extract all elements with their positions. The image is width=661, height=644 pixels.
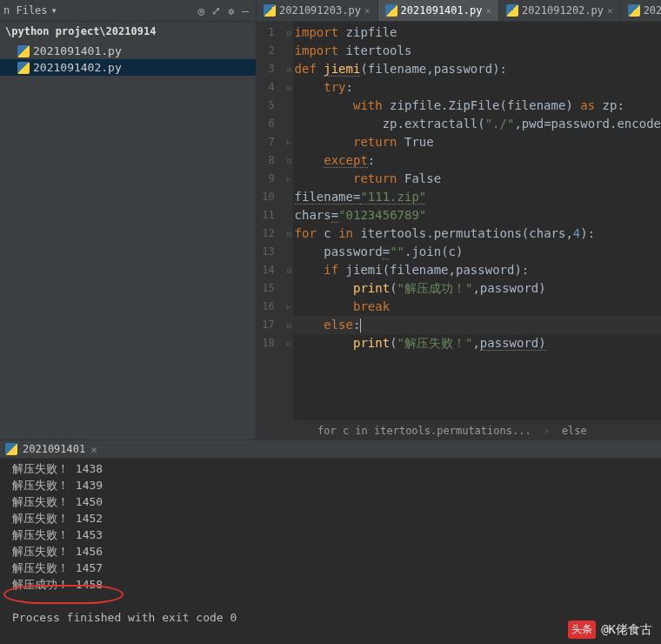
code-line[interactable]: import itertools — [293, 42, 661, 60]
code-line[interactable]: try: — [293, 78, 661, 97]
fold-marker[interactable] — [285, 243, 293, 261]
sidebar-title: n Files — [3, 4, 48, 17]
code-line[interactable]: with zipfile.ZipFile(filename) as zp: — [293, 97, 661, 115]
console-line: 解压失败！ 1453 — [12, 527, 661, 543]
code-line[interactable]: else: — [293, 316, 661, 334]
fold-marker[interactable] — [285, 188, 293, 206]
fold-marker[interactable]: ⊢ — [285, 334, 293, 352]
line-number[interactable]: 9 — [257, 170, 285, 188]
console-line — [12, 593, 661, 609]
fold-marker[interactable]: ⊟ — [285, 225, 293, 243]
code-line[interactable]: if jiemi(filename,password): — [293, 261, 661, 279]
console-line: 解压失败！ 1457 — [12, 560, 661, 576]
line-number[interactable]: 18 — [257, 334, 285, 352]
line-number[interactable]: 2 — [257, 42, 285, 60]
line-number[interactable]: 6 — [257, 115, 285, 133]
fold-marker[interactable]: ⊢ — [285, 298, 293, 316]
fold-marker[interactable] — [285, 206, 293, 225]
console-line: 解压失败！ 1456 — [12, 543, 661, 560]
fold-marker[interactable]: ⊢ — [285, 133, 293, 151]
gear-icon[interactable]: ✲ — [228, 4, 235, 17]
console-line: 解压失败！ 1438 — [12, 460, 661, 477]
tab-label: 2021091203.py — [279, 4, 361, 17]
line-number[interactable]: 4 — [257, 78, 285, 97]
code-line[interactable]: filename="111.zip" — [293, 188, 661, 206]
project-path: \python project\20210914 — [0, 22, 256, 41]
breadcrumb-segment[interactable]: for c in itertools.permutations... — [317, 425, 531, 437]
fold-marker[interactable] — [285, 42, 293, 60]
line-number[interactable]: 1 — [257, 23, 285, 42]
code-line[interactable]: password="".join(c) — [293, 243, 661, 261]
run-header: 2021091401 × — [0, 439, 661, 459]
console-line: 解压失败！ 1439 — [12, 477, 661, 493]
breadcrumb-sep-icon: › — [544, 425, 550, 437]
fold-marker[interactable]: ⊟ — [285, 23, 293, 42]
minimize-icon[interactable]: — — [242, 4, 249, 17]
tab-label: 2021091401.py — [401, 4, 483, 17]
code-line[interactable]: import zipfile — [293, 23, 661, 42]
code-line[interactable]: for c in itertools.permutations(chars,4)… — [293, 225, 661, 243]
line-number[interactable]: 12 — [257, 225, 285, 243]
close-icon[interactable]: × — [90, 443, 97, 456]
run-config-name[interactable]: 2021091401 — [23, 443, 85, 455]
target-icon[interactable]: ◎ — [198, 4, 205, 17]
editor-tab[interactable]: 2021091202.py× — [499, 0, 621, 21]
code-line[interactable]: def jiemi(filename,password): — [293, 60, 661, 78]
fold-marker[interactable]: ⊟ — [285, 316, 293, 334]
code-line[interactable]: except: — [293, 151, 661, 170]
line-number[interactable]: 11 — [257, 206, 285, 225]
fold-marker[interactable] — [285, 115, 293, 133]
expand-icon[interactable]: ⤢ — [211, 4, 221, 17]
line-number[interactable]: 5 — [257, 97, 285, 115]
line-number[interactable]: 16 — [257, 298, 285, 316]
fold-marker[interactable]: ⊟ — [285, 60, 293, 78]
console-line: 解压失败！ 1452 — [12, 510, 661, 527]
fold-marker[interactable]: ⊢ — [285, 170, 293, 188]
breadcrumb-segment[interactable]: else — [562, 425, 587, 437]
tab-label: 2021091202.py — [522, 4, 604, 17]
editor-pane: 2021091203.py×2021091401.py×2021091202.p… — [257, 0, 661, 439]
close-icon[interactable]: × — [364, 5, 371, 17]
fold-marker[interactable]: ⊟ — [285, 261, 293, 279]
line-number[interactable]: 17 — [257, 316, 285, 334]
fold-marker[interactable] — [285, 279, 293, 298]
file-tree-item[interactable]: 2021091402.py — [0, 59, 256, 76]
line-gutter: 123456789101112131415161718 — [257, 22, 285, 420]
code-line[interactable]: print("解压成功！",password) — [293, 279, 661, 298]
python-file-icon — [506, 4, 518, 17]
editor-tab[interactable]: 2021× — [621, 0, 661, 21]
code-line[interactable]: chars="0123456789" — [293, 206, 661, 225]
line-number[interactable]: 13 — [257, 243, 285, 261]
close-icon[interactable]: × — [485, 5, 491, 17]
code-line[interactable]: break — [293, 298, 661, 316]
code-line[interactable]: return True — [293, 133, 661, 151]
fold-marker[interactable]: ⊟ — [285, 78, 293, 97]
python-file-icon — [17, 62, 30, 74]
editor-tab[interactable]: 2021091401.py× — [378, 0, 500, 21]
line-number[interactable]: 10 — [257, 188, 285, 206]
code-line[interactable]: return False — [293, 170, 661, 188]
file-name: 2021091401.py — [33, 44, 122, 57]
console-line: 解压失败！ 1450 — [12, 493, 661, 510]
line-number[interactable]: 7 — [257, 133, 285, 151]
fold-marker[interactable] — [285, 97, 293, 115]
line-number[interactable]: 15 — [257, 279, 285, 298]
code-line[interactable]: print("解压失败！",password) — [293, 334, 661, 352]
close-icon[interactable]: × — [607, 5, 613, 17]
line-number[interactable]: 3 — [257, 60, 285, 78]
fold-marker[interactable]: ⊟ — [285, 151, 293, 170]
watermark-logo: 头条 — [568, 621, 596, 639]
line-number[interactable]: 8 — [257, 151, 285, 170]
watermark-text: @K佬食古 — [601, 622, 652, 638]
code-line[interactable]: zp.extractall("./",pwd=password.encode — [293, 115, 661, 133]
line-number[interactable]: 14 — [257, 261, 285, 279]
sidebar-header: n Files ▾ ◎ ⤢ ✲ — — [0, 0, 256, 22]
console-line: 解压成功！ 1458 — [12, 576, 661, 593]
file-tree-item[interactable]: 2021091401.py — [0, 43, 256, 59]
run-console[interactable]: 解压失败！ 1438解压失败！ 1439解压失败！ 1450解压失败！ 1452… — [0, 459, 661, 624]
chevron-down-icon[interactable]: ▾ — [51, 4, 57, 17]
code-area[interactable]: import zipfileimport itertoolsdef jiemi(… — [293, 22, 661, 420]
python-file-icon — [385, 4, 397, 17]
file-tree: 2021091401.py2021091402.py — [0, 41, 256, 77]
editor-tab[interactable]: 2021091203.py× — [257, 0, 378, 21]
